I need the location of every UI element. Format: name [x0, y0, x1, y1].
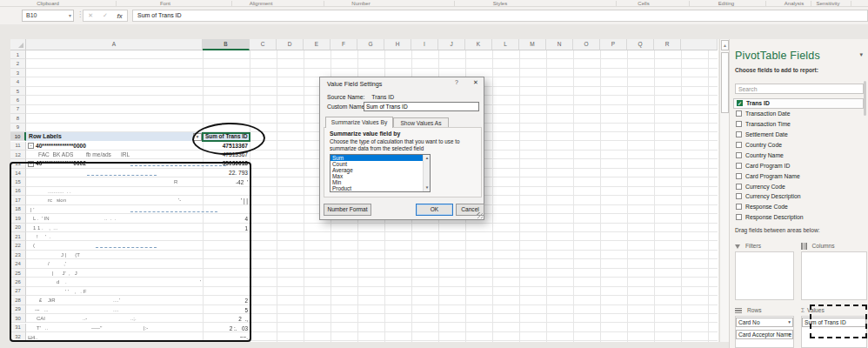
checkbox-icon[interactable]	[736, 173, 742, 179]
pivot-value-cell[interactable]: 95036618	[203, 159, 248, 168]
field-item-currency-code[interactable]: Currency Code	[733, 181, 864, 191]
field-item-transaction-time[interactable]: Transaction Time	[733, 119, 864, 130]
column-header-O[interactable]: O	[573, 39, 600, 50]
summarize-option-min[interactable]: Min	[331, 179, 423, 185]
pivot-value-cell[interactable]: 47513367	[203, 151, 248, 159]
column-header-K[interactable]: K	[465, 39, 492, 50]
row-header-15[interactable]: 15	[10, 177, 26, 186]
summarize-option-max[interactable]: Max	[331, 173, 423, 179]
checkbox-icon[interactable]	[736, 184, 742, 190]
column-header-P[interactable]: P	[600, 39, 627, 50]
row-header-2[interactable]: 2	[10, 59, 26, 68]
enter-entry-icon[interactable]: ✓	[103, 12, 108, 19]
checkbox-icon[interactable]	[736, 121, 742, 127]
pivot-value-cell[interactable]: 22. 793	[203, 169, 248, 177]
row-header-17[interactable]: 17	[10, 196, 26, 204]
ok-button[interactable]: OK	[416, 204, 453, 216]
summarize-option-list[interactable]: ▲ ▼ SumCountAverageMaxMinProduct	[330, 154, 431, 192]
pivot-row-label[interactable]	[38, 169, 204, 177]
row-header-28[interactable]: 28	[10, 296, 26, 304]
checkbox-checked-icon[interactable]: ✓	[737, 100, 743, 106]
row-header-19[interactable]: 19	[10, 214, 26, 223]
column-header-E[interactable]: E	[304, 39, 331, 50]
summarize-option-average[interactable]: Average	[331, 167, 423, 173]
help-icon[interactable]: ?	[451, 79, 463, 89]
checkbox-icon[interactable]	[736, 193, 742, 199]
well-item-card-no[interactable]: Card No▾	[736, 318, 793, 327]
dialog-resize-grip[interactable]	[477, 212, 483, 218]
field-item-card-program-id[interactable]: Card Program ID	[733, 160, 864, 171]
row-header-11[interactable]: 11	[10, 142, 26, 151]
scrollbar-thumb[interactable]	[721, 52, 729, 113]
item-dropdown-icon[interactable]: ▾	[788, 331, 791, 338]
row-header-4[interactable]: 4	[10, 77, 26, 86]
row-header-20[interactable]: 20	[10, 224, 26, 232]
row-header-21[interactable]: 21	[10, 232, 26, 241]
list-scroll-up-icon[interactable]: ▲	[424, 155, 431, 162]
field-item-response-description[interactable]: Response Description	[733, 212, 864, 223]
row-header-10[interactable]: 10	[10, 132, 26, 141]
row-header-25[interactable]: 25	[10, 269, 26, 278]
column-header-partial[interactable]	[681, 39, 718, 50]
column-header-L[interactable]: L	[492, 39, 519, 50]
field-item-card-program-name[interactable]: Card Program Name	[733, 171, 864, 181]
item-dropdown-icon[interactable]: ▾	[788, 318, 791, 326]
search-input[interactable]	[735, 84, 864, 94]
pivot-row-label[interactable]: -40**************0002	[28, 159, 193, 168]
checkbox-icon[interactable]	[736, 214, 742, 220]
row-header-27[interactable]: 27	[10, 287, 26, 296]
insert-function-icon[interactable]: fx	[117, 13, 122, 19]
pivot-row-label[interactable]: FAC BK ADS fb me/ads IRL	[38, 151, 204, 159]
tab-summarize-values-by[interactable]: Summarize Values By	[325, 117, 393, 128]
formula-input[interactable]: Sum of Trans ID	[132, 10, 868, 22]
row-header-23[interactable]: 23	[10, 251, 26, 259]
summarize-option-sum[interactable]: Sum	[331, 155, 423, 161]
checkbox-icon[interactable]	[736, 163, 742, 169]
column-header-J[interactable]: J	[438, 39, 465, 50]
row-labels-filter-button[interactable]: ▼	[193, 133, 202, 141]
close-icon[interactable]: ✕	[470, 79, 482, 89]
pane-options-icon[interactable]: ▾	[859, 51, 863, 58]
area-well-filters[interactable]	[735, 251, 794, 300]
column-header-F[interactable]: F	[331, 39, 357, 50]
row-header-5[interactable]: 5	[10, 87, 26, 96]
row-header-12[interactable]: 12	[10, 151, 26, 159]
column-header-C[interactable]: C	[250, 39, 277, 50]
column-header-B[interactable]: B	[203, 39, 250, 50]
column-header-A[interactable]: A	[26, 39, 203, 50]
column-header-I[interactable]: I	[411, 39, 438, 50]
row-header-3[interactable]: 3	[10, 69, 26, 77]
row-header-32[interactable]: 32	[10, 332, 26, 341]
field-item-country-code[interactable]: Country Code	[733, 140, 864, 151]
area-well-columns[interactable]	[801, 251, 867, 300]
row-header-1[interactable]: 1	[10, 50, 26, 59]
checkbox-icon[interactable]	[736, 204, 742, 210]
field-item-transaction-date[interactable]: Transaction Date	[733, 109, 864, 119]
custom-name-input[interactable]	[364, 102, 479, 111]
grid-vertical-scrollbar[interactable]: ▲	[719, 39, 729, 342]
field-item-currency-description[interactable]: Currency Description	[733, 191, 864, 202]
name-box-dropdown-icon[interactable]: ▾	[69, 10, 71, 21]
summarize-option-count[interactable]: Count	[331, 161, 423, 167]
field-item-settlement-date[interactable]: Settlement Date	[733, 130, 864, 140]
well-item-card-acceptor-name[interactable]: Card Acceptor Name▾	[736, 330, 793, 339]
checkbox-icon[interactable]	[736, 110, 742, 117]
field-item-response-code[interactable]: Response Code	[733, 202, 864, 212]
list-scrollbar[interactable]: ▲ ▼	[423, 155, 430, 191]
row-header-22[interactable]: 22	[10, 241, 26, 250]
number-format-button[interactable]: Number Format	[324, 204, 371, 216]
checkbox-icon[interactable]	[736, 131, 742, 137]
column-header-M[interactable]: M	[519, 39, 546, 50]
row-header-9[interactable]: 9	[10, 124, 26, 132]
pivot-row-label[interactable]: -40**************0000	[28, 142, 193, 151]
name-box[interactable]: B10 ▾	[22, 10, 74, 22]
row-header-30[interactable]: 30	[10, 314, 26, 323]
scroll-up-icon[interactable]: ▲	[721, 40, 729, 50]
row-header-26[interactable]: 26	[10, 278, 26, 286]
row-header-24[interactable]: 24	[10, 259, 26, 268]
column-header-N[interactable]: N	[546, 39, 573, 50]
pivot-row-labels-header[interactable]: Row Labels	[26, 132, 203, 141]
column-header-G[interactable]: G	[357, 39, 384, 50]
collapse-icon[interactable]: -	[28, 143, 34, 149]
column-header-D[interactable]: D	[277, 39, 304, 50]
